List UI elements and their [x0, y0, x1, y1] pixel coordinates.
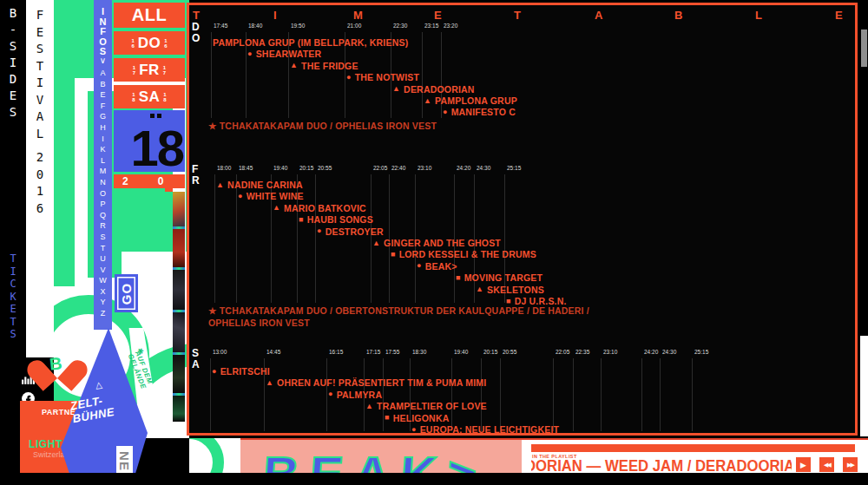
photo-thumb[interactable]	[173, 229, 185, 267]
timetable-header-letter: A	[595, 9, 602, 22]
letter: I	[10, 265, 16, 279]
act-entry[interactable]: ■HAUBI SONGS	[299, 214, 373, 225]
time-gridline	[451, 358, 452, 431]
photo-thumb[interactable]	[173, 355, 185, 393]
act-name: HELIGONKA	[393, 413, 450, 423]
page: B-SIDES FESTIVAL 2016 TICKETS INFOS ∨ AB…	[0, 0, 868, 485]
photo-thumb[interactable]	[173, 396, 185, 422]
index-letter[interactable]: N	[100, 177, 106, 188]
index-letter[interactable]: H	[100, 122, 106, 134]
act-entry[interactable]: ●PALMYRA	[328, 390, 382, 400]
forward-button[interactable]: ▶▶	[843, 457, 858, 472]
index-letter[interactable]: Z	[101, 308, 106, 319]
act-entry[interactable]: ▲GINGER AND THE GHOST	[372, 238, 501, 248]
act-entry[interactable]: ■LORD KESSELI & THE DRUMS	[391, 249, 536, 259]
rewind-button[interactable]: ◀◀	[819, 457, 834, 472]
scrollbar-thumb[interactable]	[861, 29, 867, 67]
act-entry[interactable]: ▲DERADOORIAN	[392, 84, 475, 95]
act-entry[interactable]: ■MOVING TARGET	[456, 272, 542, 283]
act-entry[interactable]: ●BEAK>	[417, 261, 457, 272]
time-label: 16:15	[329, 349, 343, 355]
act-entry[interactable]: ●THE NOTWIST	[346, 72, 419, 82]
act-entry[interactable]: ●ELRITSCHI	[212, 366, 270, 377]
year-bar: 2 0	[114, 174, 185, 188]
act-name: GINGER AND THE GHOST	[384, 238, 501, 248]
infos-link[interactable]: INFOS	[94, 7, 112, 57]
act-entry[interactable]: ●DESTROYER	[317, 226, 384, 237]
day-button-do[interactable]: 1 6DO1 6	[114, 31, 185, 55]
day-button-sa[interactable]: 1 8SA1 8	[114, 85, 185, 108]
index-letter[interactable]: S	[100, 232, 105, 243]
act-entry[interactable]: ▲MARIO BATKOVIC	[273, 203, 366, 213]
photo-thumb[interactable]	[173, 270, 185, 310]
act-entry[interactable]: ●MANIFESTO C	[443, 107, 516, 117]
index-letter[interactable]: A	[100, 68, 105, 79]
index-letter[interactable]: Y	[100, 297, 105, 308]
act-entry[interactable]: PAMPLONA GRUP (IM BELLPARK, KRIENS)	[213, 37, 408, 48]
act-entry[interactable]: ●SHEARWATER	[247, 49, 321, 59]
tickets-link[interactable]: TICKETS	[3, 252, 23, 341]
index-letter[interactable]: Q	[100, 210, 106, 221]
day-button-label: DO	[138, 35, 161, 52]
letter: T	[36, 58, 43, 75]
day-buttons: ALL1 6DO1 61 7FR1 71 8SA1 8	[114, 3, 185, 108]
special-acts-line[interactable]: ★ TCHAKATAKAPAM DUO / OPHELIAS IRON VEST	[208, 120, 616, 132]
time-gridline	[660, 358, 661, 431]
letter: S	[10, 104, 16, 121]
dot	[150, 114, 155, 118]
index-letter[interactable]: P	[100, 199, 105, 210]
letter: S	[192, 348, 204, 359]
index-letter[interactable]: O	[100, 188, 106, 200]
act-entry[interactable]: ▲SKELETONS	[476, 285, 544, 295]
play-button[interactable]: ▶	[796, 457, 811, 472]
time-label: 23:20	[444, 23, 457, 29]
act-name: MOVING TARGET	[464, 272, 543, 283]
day-button-fr[interactable]: 1 7FR1 7	[114, 58, 185, 82]
index-letter[interactable]: V	[100, 265, 105, 276]
time-label: 13:00	[213, 349, 227, 355]
time-label: 18:30	[412, 349, 426, 355]
index-letter[interactable]: M	[100, 166, 107, 177]
act-name: NADINE CARINA	[227, 180, 303, 190]
time-gridline	[641, 358, 642, 431]
time-gridline	[214, 174, 215, 303]
index-letter[interactable]: B	[100, 79, 105, 90]
time-label: 22:05	[373, 165, 387, 171]
day-button-all[interactable]: ALL	[114, 3, 185, 28]
index-letter[interactable]: R	[100, 220, 106, 232]
index-letter[interactable]: U	[100, 253, 106, 265]
news-box[interactable]: NE	[116, 446, 133, 475]
index-letter[interactable]: X	[100, 286, 105, 298]
act-entry[interactable]: ▲TRAMPELTIER OF LOVE	[365, 401, 487, 411]
index-letter[interactable]: L	[101, 155, 105, 167]
act-entry[interactable]: ▲THE FRIDGE	[290, 61, 358, 71]
act-entry[interactable]: ▲NADINE CARINA	[216, 180, 303, 190]
timetable-header-letter: T	[193, 9, 200, 22]
index-letter[interactable]: W	[99, 275, 107, 286]
photo-thumb[interactable]	[173, 312, 185, 352]
go-button[interactable]: GO	[115, 274, 138, 312]
time-label: 19:40	[273, 165, 287, 171]
heart-logo[interactable]: B	[38, 349, 76, 383]
act-entry[interactable]: ●EUROPA: NEUE LEICHTIGKEIT	[411, 424, 559, 435]
time-label: 23:10	[418, 165, 431, 171]
index-letter[interactable]: F	[101, 101, 106, 112]
timetable-header-letter: E	[434, 9, 442, 22]
index-letter[interactable]: G	[100, 111, 106, 122]
photo-strip[interactable]	[173, 192, 185, 422]
letter: R	[192, 175, 204, 187]
special-acts-line[interactable]: ★ TCHAKATAKAPAM DUO / OBERTONSTRUKTUR DE…	[208, 305, 616, 329]
index-letter[interactable]: K	[100, 144, 105, 155]
alphabet-index[interactable]: ABEFGHIKLMNOPQRSTUVWXYZ	[94, 68, 112, 319]
act-name: WHITE WINE	[247, 191, 304, 201]
act-entry[interactable]: ●WHITE WINE	[238, 191, 304, 201]
act-entry[interactable]: ▲PAMPLONA GRUP	[424, 95, 517, 106]
act-entry[interactable]: ▲OHREN AUF! PRÄSENTIERT TIM & PUMA MIMI	[266, 377, 486, 388]
digit: 2	[122, 175, 128, 187]
index-letter[interactable]: T	[101, 243, 106, 254]
index-letter[interactable]: E	[100, 89, 105, 101]
act-entry[interactable]: ■HELIGONKA	[385, 413, 449, 423]
index-letter[interactable]: I	[102, 134, 104, 145]
triangle-marker-icon: ▲	[365, 403, 373, 410]
photo-thumb[interactable]	[173, 192, 185, 226]
